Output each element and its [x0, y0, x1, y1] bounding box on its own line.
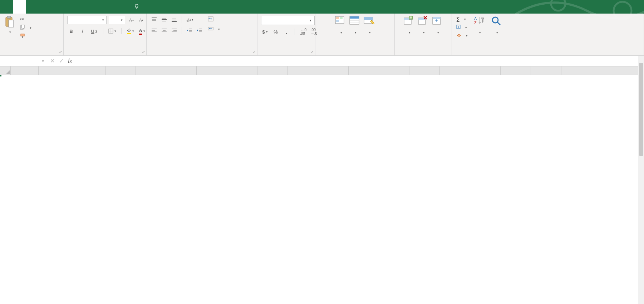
- svg-rect-59: [433, 17, 441, 19]
- cancel-formula-button[interactable]: ✕: [50, 58, 55, 64]
- tab-formulas[interactable]: [64, 0, 77, 14]
- fx-icon[interactable]: fx: [68, 58, 72, 64]
- wrap-text-button[interactable]: ab: [207, 16, 221, 23]
- number-dialog-launcher[interactable]: ⤢: [311, 50, 314, 54]
- merge-center-button[interactable]: [207, 25, 221, 33]
- tab-page-layout[interactable]: [51, 0, 64, 14]
- comma-format-button[interactable]: ,: [282, 28, 290, 36]
- col-header[interactable]: [11, 66, 39, 75]
- align-right-button[interactable]: [170, 26, 178, 34]
- decrease-indent-button[interactable]: [186, 26, 193, 34]
- conditional-formatting-icon: [335, 16, 347, 28]
- align-middle-button[interactable]: [160, 16, 168, 24]
- clear-button[interactable]: [456, 32, 468, 39]
- fill-color-button[interactable]: [127, 27, 134, 35]
- tab-draw[interactable]: [39, 0, 51, 14]
- col-header[interactable]: [409, 66, 440, 75]
- copy-icon: [20, 25, 25, 31]
- find-icon: [491, 16, 503, 28]
- col-header[interactable]: [136, 66, 166, 75]
- conditional-formatting-button[interactable]: [335, 16, 347, 34]
- svg-rect-46: [350, 16, 359, 19]
- svg-text:A: A: [474, 16, 477, 21]
- col-header[interactable]: [379, 66, 409, 75]
- orientation-button[interactable]: ab: [186, 16, 193, 24]
- enter-formula-button[interactable]: ✓: [59, 58, 64, 64]
- col-header[interactable]: [39, 66, 106, 75]
- insert-cells-button[interactable]: [403, 16, 415, 34]
- delete-cells-icon: [417, 16, 429, 28]
- align-center-button[interactable]: [160, 26, 168, 34]
- sigma-icon: ∑: [456, 16, 459, 22]
- tab-file[interactable]: [0, 0, 13, 14]
- col-header[interactable]: [349, 66, 379, 75]
- col-header[interactable]: [166, 66, 197, 75]
- increase-decimal-button[interactable]: ←.0.00: [299, 28, 307, 36]
- col-header[interactable]: [470, 66, 501, 75]
- tab-help[interactable]: [116, 0, 129, 14]
- tab-data[interactable]: [77, 0, 90, 14]
- align-top-button[interactable]: [150, 16, 158, 24]
- tab-review[interactable]: [90, 0, 103, 14]
- format-cells-button[interactable]: [432, 16, 444, 34]
- col-header[interactable]: [440, 66, 470, 75]
- alignment-dialog-launcher[interactable]: ⤢: [253, 50, 256, 54]
- col-header[interactable]: [501, 66, 531, 75]
- tab-home[interactable]: [13, 0, 26, 14]
- italic-button[interactable]: I: [79, 27, 87, 35]
- svg-point-1: [551, 0, 565, 11]
- borders-button[interactable]: [108, 27, 116, 35]
- scrollbar-thumb[interactable]: [639, 63, 643, 156]
- underline-button[interactable]: U: [90, 27, 98, 35]
- col-header[interactable]: [257, 66, 288, 75]
- col-header[interactable]: [106, 66, 136, 75]
- increase-font-button[interactable]: A▴: [127, 16, 135, 24]
- autosum-button[interactable]: ∑: [456, 16, 468, 23]
- svg-rect-42: [336, 17, 339, 19]
- cell-styles-button[interactable]: [363, 16, 375, 34]
- col-header[interactable]: [531, 66, 561, 75]
- accounting-format-button[interactable]: $: [261, 28, 269, 36]
- format-painter-button[interactable]: [19, 33, 32, 40]
- font-dialog-launcher[interactable]: ⤢: [142, 50, 145, 54]
- number-format-combo[interactable]: ▾: [261, 16, 315, 25]
- delete-cells-button[interactable]: [417, 16, 429, 34]
- format-as-table-button[interactable]: [349, 16, 361, 34]
- svg-point-63: [492, 17, 498, 23]
- col-header[interactable]: [197, 66, 227, 75]
- col-header[interactable]: [288, 66, 318, 75]
- tab-insert[interactable]: [26, 0, 39, 14]
- decrease-font-button[interactable]: A▾: [137, 16, 145, 24]
- copy-button[interactable]: [19, 24, 32, 31]
- align-left-button[interactable]: [150, 26, 158, 34]
- ribbon-tabs: [0, 0, 644, 14]
- scissors-icon: ✂: [20, 16, 24, 22]
- svg-rect-7: [21, 25, 24, 28]
- bold-button[interactable]: B: [67, 27, 75, 35]
- paste-button[interactable]: [4, 16, 16, 35]
- sort-filter-button[interactable]: AZ: [473, 16, 486, 34]
- col-header[interactable]: [227, 66, 257, 75]
- col-header[interactable]: [318, 66, 349, 75]
- align-bottom-button[interactable]: [170, 16, 178, 24]
- font-name-combo[interactable]: ▾: [67, 16, 107, 24]
- svg-rect-8: [21, 34, 24, 36]
- clipboard-dialog-launcher[interactable]: ⤢: [59, 50, 62, 54]
- svg-text:Z: Z: [474, 21, 477, 25]
- select-all-button[interactable]: [0, 66, 11, 75]
- fill-button[interactable]: [456, 24, 468, 31]
- increase-indent-button[interactable]: [196, 26, 203, 34]
- font-size-combo[interactable]: ▾: [109, 16, 125, 24]
- cut-button[interactable]: ✂: [19, 16, 32, 23]
- font-color-button[interactable]: A: [138, 27, 146, 35]
- tell-me-search[interactable]: [129, 0, 147, 14]
- formula-input[interactable]: [75, 56, 644, 66]
- worksheet-grid: [0, 66, 644, 75]
- name-box[interactable]: ▾: [0, 56, 47, 66]
- vertical-scrollbar[interactable]: [638, 56, 644, 304]
- find-select-button[interactable]: [491, 16, 503, 34]
- tab-view[interactable]: [103, 0, 116, 14]
- paste-label: [8, 29, 11, 35]
- svg-rect-44: [336, 20, 339, 22]
- percent-format-button[interactable]: %: [272, 28, 280, 36]
